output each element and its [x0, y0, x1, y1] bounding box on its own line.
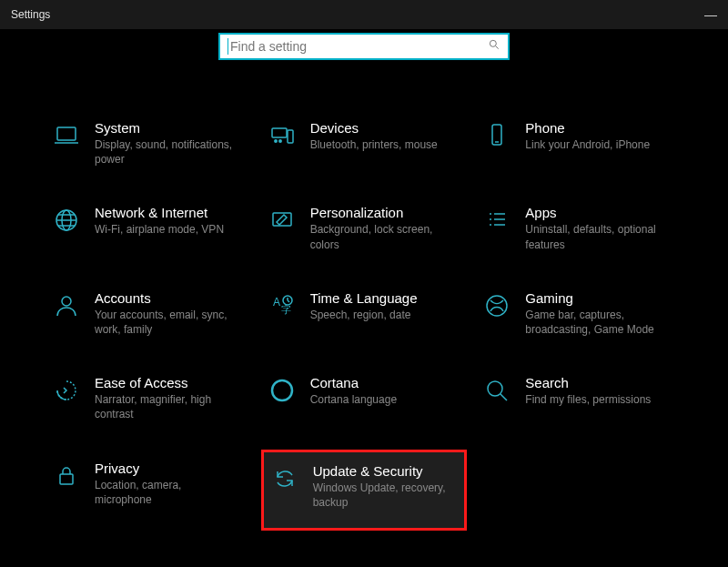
search-box[interactable]	[218, 33, 510, 60]
cortana-icon	[267, 375, 298, 406]
globe-icon	[51, 205, 82, 236]
person-icon	[51, 290, 82, 321]
tile-desc: Narrator, magnifier, high contrast	[95, 392, 240, 421]
search-container	[0, 33, 728, 60]
svg-rect-5	[288, 130, 293, 143]
text-caret	[228, 38, 228, 55]
svg-line-1	[496, 46, 499, 49]
tile-desc: Uninstall, defaults, optional features	[525, 222, 671, 251]
settings-grid: System Display, sound, notifications, po…	[0, 60, 728, 531]
tile-devices[interactable]: Devices Bluetooth, printers, mouse	[261, 115, 468, 172]
devices-icon	[267, 120, 298, 151]
tile-update-security[interactable]: Update & Security Windows Update, recove…	[261, 450, 468, 531]
tile-desc: Background, lock screen, colors	[310, 222, 456, 251]
tile-desc: Find my files, permissions	[525, 392, 651, 407]
svg-point-7	[278, 140, 280, 142]
tile-desc: Wi-Fi, airplane mode, VPN	[95, 222, 224, 237]
svg-rect-2	[57, 127, 76, 140]
tile-desc: Cortana language	[310, 392, 397, 407]
tile-accounts[interactable]: Accounts Your accounts, email, sync, wor…	[46, 285, 252, 342]
tile-cortana[interactable]: Cortana Cortana language	[261, 370, 468, 427]
tile-apps[interactable]: Apps Uninstall, defaults, optional featu…	[476, 199, 682, 257]
tile-phone[interactable]: Phone Link your Android, iPhone	[476, 115, 682, 172]
titlebar: Settings —	[0, 0, 728, 29]
ease-of-access-icon	[51, 375, 82, 406]
xbox-icon	[481, 290, 512, 321]
tile-desc: Windows Update, recovery, backup	[313, 481, 459, 510]
tile-title: Ease of Access	[95, 375, 240, 390]
window-title: Settings	[11, 8, 50, 21]
tile-title: Apps	[525, 205, 671, 220]
svg-point-29	[272, 380, 292, 400]
apps-list-icon	[481, 205, 512, 236]
tile-title: Devices	[310, 120, 438, 136]
svg-text:A: A	[273, 296, 280, 309]
phone-icon	[481, 120, 512, 151]
svg-text:字: 字	[281, 304, 291, 315]
tile-title: Phone	[525, 120, 650, 136]
tile-desc: Link your Android, iPhone	[525, 137, 650, 152]
tile-system[interactable]: System Display, sound, notifications, po…	[46, 115, 252, 172]
svg-line-31	[500, 394, 507, 400]
empty-cell	[476, 455, 682, 531]
tile-desc: Game bar, captures, broadcasting, Game M…	[525, 308, 671, 337]
tile-search[interactable]: Search Find my files, permissions	[476, 370, 682, 427]
tile-title: System	[95, 120, 240, 136]
svg-line-27	[288, 300, 289, 302]
tile-title: Cortana	[310, 375, 397, 390]
lock-icon	[51, 461, 82, 491]
svg-rect-4	[272, 128, 287, 137]
svg-rect-32	[60, 474, 73, 484]
minimize-button[interactable]: —	[704, 7, 717, 22]
tile-title: Accounts	[95, 290, 240, 306]
tile-title: Time & Language	[310, 290, 418, 306]
search-input[interactable]	[230, 39, 488, 54]
magnifier-icon	[481, 375, 512, 406]
tile-title: Search	[525, 375, 651, 390]
time-language-icon: A字	[267, 290, 298, 321]
update-sync-icon	[269, 463, 300, 494]
tile-network[interactable]: Network & Internet Wi-Fi, airplane mode,…	[46, 199, 252, 257]
tile-privacy[interactable]: Privacy Location, camera, microphone	[46, 455, 252, 531]
tile-desc: Display, sound, notifications, power	[95, 137, 240, 167]
tile-gaming[interactable]: Gaming Game bar, captures, broadcasting,…	[476, 285, 682, 342]
svg-point-22	[62, 297, 71, 306]
tile-desc: Speech, region, date	[310, 308, 418, 322]
search-icon	[488, 38, 500, 55]
tile-title: Gaming	[525, 290, 671, 306]
paintbrush-icon	[267, 205, 298, 236]
svg-point-28	[487, 296, 507, 316]
tile-title: Update & Security	[313, 463, 459, 479]
tile-title: Privacy	[95, 461, 240, 476]
tile-title: Network & Internet	[95, 205, 224, 220]
tile-desc: Bluetooth, printers, mouse	[310, 137, 438, 152]
tile-desc: Your accounts, email, sync, work, family	[95, 308, 240, 337]
svg-point-30	[488, 381, 502, 396]
tile-desc: Location, camera, microphone	[95, 478, 240, 507]
svg-point-6	[274, 140, 276, 142]
tile-title: Personalization	[310, 205, 456, 220]
tile-personalization[interactable]: Personalization Background, lock screen,…	[261, 199, 468, 257]
svg-point-0	[490, 40, 496, 46]
tile-ease-of-access[interactable]: Ease of Access Narrator, magnifier, high…	[46, 370, 252, 427]
svg-rect-15	[273, 213, 291, 226]
laptop-icon	[51, 120, 82, 151]
tile-time-language[interactable]: A字 Time & Language Speech, region, date	[261, 285, 468, 342]
